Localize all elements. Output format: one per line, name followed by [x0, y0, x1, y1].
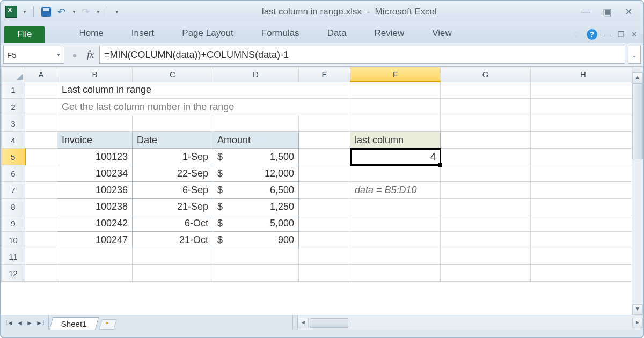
cell[interactable]: [441, 149, 531, 165]
cell[interactable]: [350, 199, 441, 215]
cell-header-amount[interactable]: Amount: [213, 132, 299, 149]
ribbon-tab-review[interactable]: Review: [361, 25, 419, 43]
cell[interactable]: [441, 115, 531, 132]
cell[interactable]: [57, 265, 133, 282]
close-button[interactable]: ✕: [623, 6, 634, 18]
row-header-1[interactable]: 1: [2, 82, 25, 99]
cell[interactable]: [441, 232, 531, 248]
row-header-10[interactable]: 10: [2, 232, 25, 248]
row-header-5[interactable]: 5: [2, 149, 25, 165]
cell[interactable]: [350, 99, 441, 115]
vertical-scrollbar[interactable]: ▲ ▼: [632, 67, 643, 315]
cell-header-date[interactable]: Date: [133, 132, 213, 149]
prev-sheet-button[interactable]: ◄: [16, 319, 24, 327]
ribbon-tab-home[interactable]: Home: [65, 25, 117, 43]
cell-subtitle[interactable]: Get the last column number in the range: [57, 99, 350, 115]
cell[interactable]: [441, 248, 531, 265]
cell[interactable]: [133, 248, 213, 265]
cell-f7-note[interactable]: data = B5:D10: [350, 182, 441, 199]
row-header-3[interactable]: 3: [2, 115, 25, 132]
row-header-12[interactable]: 12: [2, 265, 25, 282]
formula-input[interactable]: =MIN(COLUMN(data))+COLUMNS(data)-1: [99, 46, 625, 64]
horizontal-scrollbar[interactable]: ◄ ►: [298, 315, 643, 330]
cell[interactable]: [25, 132, 57, 149]
cell-d7[interactable]: $6,500: [213, 182, 299, 199]
last-sheet-button[interactable]: ►I: [35, 319, 45, 327]
cell[interactable]: [213, 115, 299, 132]
cell[interactable]: [299, 232, 350, 248]
cell[interactable]: [57, 248, 133, 265]
expand-formula-bar-icon[interactable]: ⌄: [628, 46, 641, 64]
cell[interactable]: [531, 248, 632, 265]
row-header-9[interactable]: 9: [2, 215, 25, 232]
cell-f5-active[interactable]: 4: [350, 149, 441, 165]
insert-function-button[interactable]: fx: [85, 46, 96, 64]
undo-dropdown-icon[interactable]: ▼: [72, 10, 76, 14]
maximize-button[interactable]: ▣: [601, 6, 613, 18]
cell-b9[interactable]: 100242: [57, 215, 133, 232]
cell[interactable]: [299, 182, 350, 199]
cell[interactable]: [25, 99, 57, 115]
cell-d9[interactable]: $5,000: [213, 215, 299, 232]
col-header-g[interactable]: G: [441, 67, 531, 82]
cell-d6[interactable]: $12,000: [213, 165, 299, 182]
ribbon-heart-icon[interactable]: ♡: [573, 30, 580, 39]
cell[interactable]: [531, 115, 632, 132]
redo-button[interactable]: [80, 5, 91, 19]
cell[interactable]: [531, 232, 632, 248]
cell[interactable]: [441, 99, 531, 115]
first-sheet-button[interactable]: I◄: [4, 319, 14, 327]
cell[interactable]: [350, 115, 441, 132]
cell[interactable]: [299, 149, 350, 165]
col-header-c[interactable]: C: [133, 67, 213, 82]
cell-b5[interactable]: 100123: [57, 149, 133, 165]
col-header-e[interactable]: E: [299, 67, 350, 82]
cell[interactable]: [531, 265, 632, 282]
cell-c5[interactable]: 1-Sep: [133, 149, 213, 165]
cell[interactable]: [25, 165, 57, 182]
cell[interactable]: [25, 149, 57, 165]
cell[interactable]: [133, 115, 213, 132]
col-header-d[interactable]: D: [213, 67, 299, 82]
cell-c7[interactable]: 6-Sep: [133, 182, 213, 199]
cell[interactable]: [25, 115, 57, 132]
scroll-down-button[interactable]: ▼: [632, 304, 643, 315]
cell[interactable]: [25, 215, 57, 232]
cell-d5[interactable]: $1,500: [213, 149, 299, 165]
cell[interactable]: [25, 232, 57, 248]
grid-wrapper[interactable]: A B C D E F G H 1 Last column in range: [1, 67, 632, 315]
cell-header-invoice[interactable]: Invoice: [57, 132, 133, 149]
cell-c6[interactable]: 22-Sep: [133, 165, 213, 182]
cell[interactable]: [531, 165, 632, 182]
cell[interactable]: [441, 265, 531, 282]
cell[interactable]: [25, 248, 57, 265]
cell[interactable]: [299, 132, 350, 149]
cell-d8[interactable]: $1,250: [213, 199, 299, 215]
col-header-a[interactable]: A: [25, 67, 57, 82]
ribbon-tab-insert[interactable]: Insert: [118, 25, 169, 43]
file-tab[interactable]: File: [4, 26, 45, 43]
workbook-close-icon[interactable]: ✕: [631, 30, 638, 39]
cell[interactable]: [299, 248, 350, 265]
cell[interactable]: [531, 132, 632, 149]
col-header-f[interactable]: F: [350, 67, 441, 82]
col-header-h[interactable]: H: [531, 67, 632, 82]
cell-d10[interactable]: $900: [213, 232, 299, 248]
cell[interactable]: [531, 182, 632, 199]
name-box[interactable]: F5 ▼: [3, 46, 64, 64]
cell[interactable]: [350, 232, 441, 248]
cell[interactable]: [350, 248, 441, 265]
minimize-button[interactable]: ―: [580, 6, 591, 18]
cell[interactable]: [213, 265, 299, 282]
redo-dropdown-icon[interactable]: ▼: [96, 10, 100, 14]
vscroll-thumb[interactable]: [632, 83, 643, 159]
cell[interactable]: [299, 165, 350, 182]
workbook-restore-icon[interactable]: ❐: [618, 30, 625, 39]
cell[interactable]: [299, 115, 350, 132]
next-sheet-button[interactable]: ►: [25, 319, 34, 327]
cell[interactable]: [350, 82, 441, 99]
app-menu-dropdown-icon[interactable]: ▼: [23, 10, 27, 14]
help-icon[interactable]: ?: [587, 29, 597, 40]
cell[interactable]: [350, 215, 441, 232]
new-sheet-button[interactable]: [99, 319, 116, 330]
